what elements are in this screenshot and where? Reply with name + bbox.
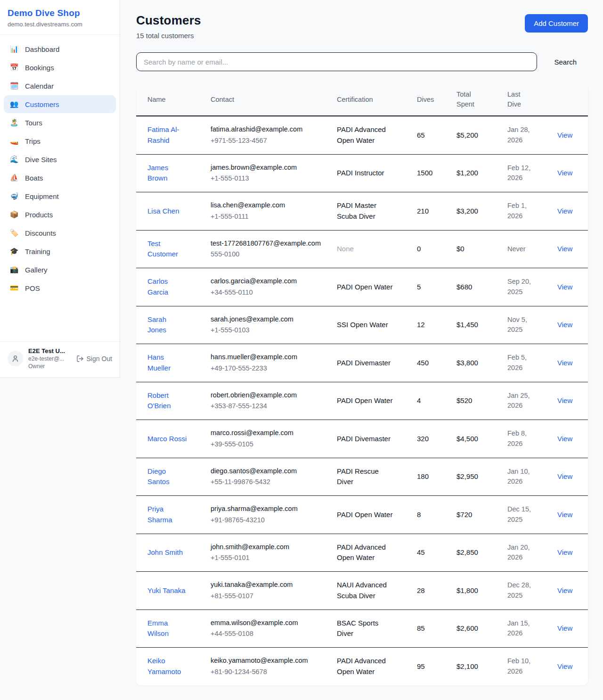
customer-total-spent: $4,500 <box>456 435 478 443</box>
view-customer-link[interactable]: View <box>557 207 572 215</box>
sidebar-item-bookings[interactable]: 📅 Bookings <box>4 58 116 76</box>
customer-phone: +55-11-99876-5432 <box>211 477 326 487</box>
view-customer-link[interactable]: View <box>557 435 572 443</box>
view-customer-link[interactable]: View <box>557 359 572 367</box>
customer-name-link[interactable]: Carlos Garcia <box>147 276 187 297</box>
table-row: Test Customer test-1772681807767@example… <box>136 230 588 268</box>
customer-name-link[interactable]: Priya Sharma <box>147 504 187 525</box>
sidebar-item-label: Dashboard <box>25 45 59 53</box>
sidebar-item-tours[interactable]: 🏝️ Tours <box>4 114 116 132</box>
user-panel: E2E Test U... e2e-tester@... Owner Sign … <box>0 341 120 377</box>
customer-name-link[interactable]: Lisa Chen <box>147 206 179 217</box>
view-customer-link[interactable]: View <box>557 662 572 670</box>
customer-name-link[interactable]: James Brown <box>147 163 187 184</box>
sidebar-item-products[interactable]: 📦 Products <box>4 206 116 223</box>
customer-email: test-1772681807767@example.com <box>211 239 326 249</box>
sidebar-item-label: Equipment <box>25 192 59 200</box>
customer-last-dive: Feb 12, 2026 <box>507 163 540 184</box>
sidebar-item-boats[interactable]: ⛵ Boats <box>4 169 116 187</box>
view-customer-link[interactable]: View <box>557 131 572 139</box>
sidebar-item-trips[interactable]: 🚤 Trips <box>4 132 116 150</box>
customer-phone: +44-555-0108 <box>211 629 326 639</box>
customer-last-dive: Jan 15, 2026 <box>507 618 540 639</box>
search-button[interactable]: Search <box>549 54 581 70</box>
pos-icon: 💳 <box>9 284 19 292</box>
customer-email: carlos.garcia@example.com <box>211 276 326 287</box>
customer-email: priya.sharma@example.com <box>211 504 326 514</box>
view-customer-link[interactable]: View <box>557 511 572 519</box>
sidebar-item-label: Calendar <box>25 82 54 90</box>
view-customer-link[interactable]: View <box>557 396 572 404</box>
view-customer-link[interactable]: View <box>557 321 572 329</box>
customer-total-spent: $1,450 <box>456 321 478 329</box>
sidebar-item-equipment[interactable]: 🤿 Equipment <box>4 187 116 205</box>
customer-name-link[interactable]: Keiko Yamamoto <box>147 656 187 677</box>
view-customer-link[interactable]: View <box>557 245 572 253</box>
user-name: E2E Test U... <box>28 347 65 354</box>
customer-name-link[interactable]: Emma Wilson <box>147 618 187 639</box>
customer-total-spent: $2,100 <box>456 662 478 670</box>
customer-phone: +971-55-123-4567 <box>211 136 326 146</box>
search-input[interactable] <box>136 52 537 71</box>
customer-name-link[interactable]: Robert O'Brien <box>147 390 187 412</box>
customer-certification: PADI Advanced Open Water <box>337 124 393 146</box>
customer-name-link[interactable]: Hans Mueller <box>147 352 187 373</box>
view-customer-link[interactable]: View <box>557 548 572 556</box>
view-customer-link[interactable]: View <box>557 624 572 632</box>
table-row: Priya Sharma priya.sharma@example.com +9… <box>136 496 588 534</box>
table-row: Robert O'Brien robert.obrien@example.com… <box>136 382 588 420</box>
equipment-icon: 🤿 <box>9 192 19 200</box>
customer-certification: PADI Open Water <box>337 510 392 520</box>
customer-last-dive: Dec 15, 2025 <box>507 504 540 525</box>
customer-email: diego.santos@example.com <box>211 466 326 477</box>
customer-last-dive: Feb 1, 2026 <box>507 201 540 222</box>
customer-email: keiko.yamamoto@example.com <box>211 656 326 666</box>
sidebar-item-training[interactable]: 🎓 Training <box>4 242 116 260</box>
sign-out-button[interactable]: Sign Out <box>76 355 112 362</box>
table-row: Diego Santos diego.santos@example.com +5… <box>136 458 588 496</box>
sidebar-item-gallery[interactable]: 📸 Gallery <box>4 261 116 279</box>
view-customer-link[interactable]: View <box>557 586 572 594</box>
customer-name-link[interactable]: Fatima Al-Rashid <box>147 124 187 146</box>
customer-total-spent: $2,600 <box>456 624 478 632</box>
customer-certification: PADI Advanced Open Water <box>337 542 393 563</box>
customer-name-link[interactable]: Diego Santos <box>147 466 187 487</box>
sidebar-item-calendar[interactable]: 🗓️ Calendar <box>4 77 116 95</box>
view-customer-link[interactable]: View <box>557 472 572 480</box>
sidebar-item-label: POS <box>25 284 40 292</box>
table-header-row: Name Contact Certification Dives Total S… <box>136 83 588 116</box>
customer-name-link[interactable]: Marco Rossi <box>147 434 187 445</box>
shop-header: Demo Dive Shop demo.test.divestreams.com <box>0 0 120 35</box>
sidebar-item-pos[interactable]: 💳 POS <box>4 279 116 297</box>
customer-dives: 320 <box>417 435 429 443</box>
trips-icon: 🚤 <box>9 137 19 145</box>
customer-certification: NAUI Advanced Scuba Diver <box>337 580 393 601</box>
customer-name-link[interactable]: John Smith <box>147 547 183 558</box>
sidebar-item-customers[interactable]: 👥 Customers <box>4 95 116 113</box>
customer-total-spent: $3,200 <box>456 207 478 215</box>
customer-name-link[interactable]: Sarah Jones <box>147 314 187 336</box>
customer-certification: PADI Rescue Diver <box>337 466 393 487</box>
customer-dives: 4 <box>417 396 421 404</box>
customer-phone: +1-555-0103 <box>211 325 326 336</box>
customer-dives: 450 <box>417 359 429 367</box>
customer-certification: PADI Open Water <box>337 282 392 293</box>
sign-out-label: Sign Out <box>87 355 112 362</box>
customer-last-dive: Nov 5, 2025 <box>507 315 540 336</box>
customer-dives: 28 <box>417 586 425 594</box>
customer-phone: +49-170-555-2233 <box>211 363 326 374</box>
sidebar-item-dashboard[interactable]: 📊 Dashboard <box>4 40 116 58</box>
shop-domain: demo.test.divestreams.com <box>8 21 112 28</box>
add-customer-button[interactable]: Add Customer <box>525 14 588 33</box>
customer-email: sarah.jones@example.com <box>211 314 326 325</box>
customers-table: Name Contact Certification Dives Total S… <box>136 83 588 685</box>
customer-name-link[interactable]: Yuki Tanaka <box>147 585 186 596</box>
view-customer-link[interactable]: View <box>557 283 572 291</box>
customer-name-link[interactable]: Test Customer <box>147 239 187 260</box>
customer-total-spent: $1,800 <box>456 586 478 594</box>
table-row: Sarah Jones sarah.jones@example.com +1-5… <box>136 306 588 344</box>
sidebar-item-dive-sites[interactable]: 🌊 Dive Sites <box>4 150 116 168</box>
view-customer-link[interactable]: View <box>557 169 572 177</box>
sidebar-item-label: Bookings <box>25 64 54 72</box>
sidebar-item-discounts[interactable]: 🏷️ Discounts <box>4 224 116 242</box>
